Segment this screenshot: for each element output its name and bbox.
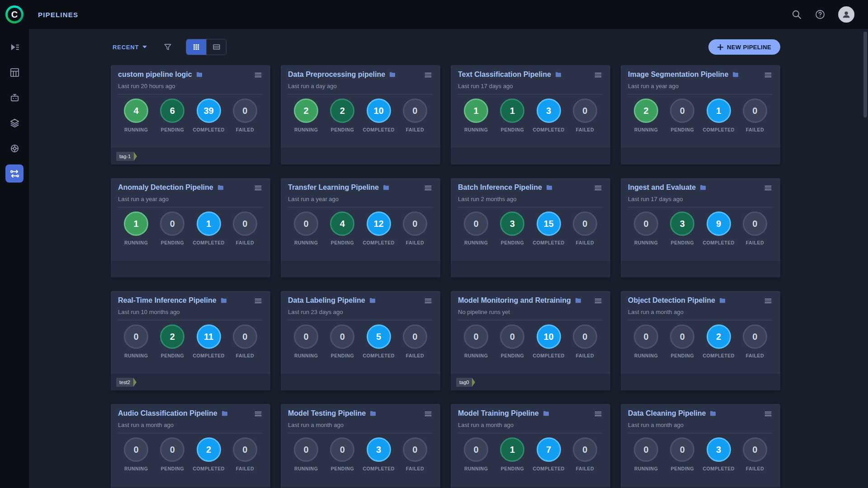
card-menu-button[interactable] (423, 409, 433, 419)
stat-completed: 15 COMPLETED (531, 211, 567, 245)
card-menu-button[interactable] (423, 296, 433, 306)
hamburger-menu-icon (254, 183, 263, 192)
card-menu-button[interactable] (253, 70, 263, 80)
pipeline-title[interactable]: Data Preprocessing pipeline (288, 70, 385, 79)
pipeline-title[interactable]: Transfer Learning Pipeline (288, 183, 379, 192)
pipeline-card[interactable]: Data Preprocessing pipeline Last run a d… (281, 65, 440, 164)
pipeline-card[interactable]: Model Testing Pipeline Last run a month … (281, 404, 440, 488)
card-menu-button[interactable] (253, 296, 263, 306)
sidebar-item-pipelines[interactable] (0, 161, 29, 186)
pipeline-title[interactable]: Model Testing Pipeline (288, 409, 366, 418)
stat-completed-count: 1 (197, 211, 221, 236)
pipeline-card[interactable]: Transfer Learning Pipeline Last run a ye… (281, 178, 440, 277)
stat-pending-label: PENDING (501, 127, 524, 132)
sidebar-item-experiments[interactable] (0, 85, 29, 110)
chevron-down-icon (142, 46, 147, 48)
sidebar-item-projects[interactable] (0, 60, 29, 85)
stat-completed: 3 COMPLETED (531, 99, 567, 132)
stat-running-count: 0 (634, 437, 658, 462)
help-icon[interactable] (815, 9, 826, 20)
pipeline-card[interactable]: Data Cleaning Pipeline Last run a month … (621, 404, 780, 488)
card-menu-button[interactable] (763, 183, 773, 193)
pipeline-card[interactable]: Real-Time Inference Pipeline Last run 10… (111, 291, 270, 390)
pipeline-card-body: Model Testing Pipeline Last run a month … (281, 404, 440, 487)
stat-failed-label: FAILED (406, 353, 424, 358)
pipeline-stats: 2 RUNNING 2 PENDING 10 COMPLETED 0 FAILE… (288, 99, 433, 132)
user-avatar[interactable] (838, 6, 854, 23)
pipeline-stats: 0 RUNNING 0 PENDING 2 COMPLETED 0 FAILED (628, 324, 773, 358)
stat-running-label: RUNNING (634, 353, 658, 358)
filter-icon[interactable] (163, 42, 172, 52)
pipeline-title[interactable]: Data Cleaning Pipeline (628, 409, 706, 418)
stat-running-label: RUNNING (464, 127, 488, 132)
pipeline-card[interactable]: Model Training Pipeline Last run a month… (451, 404, 610, 488)
pipeline-stats: 1 RUNNING 1 PENDING 3 COMPLETED 0 FAILED (458, 99, 603, 132)
stat-running-count: 0 (634, 324, 658, 349)
card-menu-button[interactable] (423, 70, 433, 80)
pipeline-title[interactable]: Text Classification Pipeline (458, 70, 551, 79)
grid-view-icon (192, 43, 200, 51)
pipeline-card[interactable]: Ingest and Evaluate Last run 17 days ago… (621, 178, 780, 277)
card-divider (628, 320, 773, 320)
sidebar-item-workers[interactable] (0, 136, 29, 161)
pipeline-card[interactable]: Image Segmentation Pipeline Last run a y… (621, 65, 780, 164)
project-folder-icon (221, 410, 228, 417)
pipeline-title[interactable]: Batch Inference Pipeline (458, 183, 542, 192)
card-menu-button[interactable] (253, 409, 263, 419)
pipeline-title[interactable]: Audio Classification Pipeline (118, 409, 217, 418)
card-menu-button[interactable] (593, 409, 603, 419)
stat-running-label: RUNNING (294, 127, 318, 132)
sort-dropdown[interactable]: RECENT (111, 40, 151, 54)
pipeline-stats: 0 RUNNING 0 PENDING 5 COMPLETED 0 FAILED (288, 324, 433, 358)
search-icon[interactable] (791, 9, 802, 20)
new-pipeline-button[interactable]: NEW PIPELINE (708, 39, 780, 55)
stat-completed: 1 COMPLETED (191, 211, 227, 245)
pipeline-stats: 0 RUNNING 0 PENDING 10 COMPLETED 0 FAILE… (458, 324, 603, 358)
stat-failed: 0 FAILED (227, 99, 263, 132)
card-menu-button[interactable] (763, 409, 773, 419)
pipeline-card[interactable]: Object Detection Pipeline Last run a mon… (621, 291, 780, 390)
sidebar-item-models[interactable] (0, 110, 29, 136)
stat-running-label: RUNNING (634, 240, 658, 245)
card-menu-button[interactable] (423, 183, 433, 193)
pipeline-title[interactable]: Ingest and Evaluate (628, 183, 696, 192)
hamburger-menu-icon (424, 70, 433, 80)
pipeline-card[interactable]: Data Labeling Pipeline Last run 23 days … (281, 291, 440, 390)
card-divider (288, 94, 433, 94)
scrollbar[interactable] (863, 32, 867, 117)
card-menu-button[interactable] (593, 183, 603, 193)
stat-running-label: RUNNING (294, 353, 318, 358)
pipeline-title[interactable]: Model Training Pipeline (458, 409, 539, 418)
pipeline-title[interactable]: Image Segmentation Pipeline (628, 70, 728, 79)
pipeline-title[interactable]: Data Labeling Pipeline (288, 296, 365, 305)
card-menu-button[interactable] (253, 183, 263, 193)
card-menu-button[interactable] (763, 296, 773, 306)
card-menu-button[interactable] (763, 70, 773, 80)
app-logo[interactable]: C (5, 5, 24, 23)
pipeline-card[interactable]: Audio Classification Pipeline Last run a… (111, 404, 270, 488)
pipeline-card[interactable]: Batch Inference Pipeline Last run 2 mont… (451, 178, 610, 277)
stat-failed-count: 0 (573, 437, 597, 462)
pipeline-stats: 0 RUNNING 0 PENDING 2 COMPLETED 0 FAILED (118, 437, 263, 471)
sort-dropdown-label: RECENT (113, 44, 139, 51)
card-menu-button[interactable] (593, 296, 603, 306)
stat-pending: 2 PENDING (324, 99, 360, 132)
pipeline-title[interactable]: Object Detection Pipeline (628, 296, 715, 305)
pipeline-title[interactable]: custom pipeline logic (118, 70, 192, 79)
pipeline-stats: 0 RUNNING 1 PENDING 7 COMPLETED 0 FAILED (458, 437, 603, 471)
stat-pending-label: PENDING (331, 240, 354, 245)
sidebar-item-runs[interactable] (0, 34, 29, 60)
card-menu-button[interactable] (593, 70, 603, 80)
pipeline-title[interactable]: Real-Time Inference Pipeline (118, 296, 217, 305)
pipeline-title[interactable]: Model Monitoring and Retraining (458, 296, 571, 305)
pipeline-card[interactable]: custom pipeline logic Last run 20 hours … (111, 65, 270, 164)
pipeline-card[interactable]: Model Monitoring and Retraining No pipel… (451, 291, 610, 390)
pipeline-card[interactable]: Anomaly Detection Pipeline Last run a ye… (111, 178, 270, 277)
grid-view-button[interactable] (186, 39, 206, 55)
pipeline-stats: 2 RUNNING 0 PENDING 1 COMPLETED 0 FAILED (628, 99, 773, 132)
pipeline-title[interactable]: Anomaly Detection Pipeline (118, 183, 213, 192)
table-view-button[interactable] (206, 39, 226, 55)
pipeline-card[interactable]: Text Classification Pipeline Last run 17… (451, 65, 610, 164)
stat-failed: 0 FAILED (567, 437, 603, 471)
stat-pending: 0 PENDING (324, 324, 360, 358)
